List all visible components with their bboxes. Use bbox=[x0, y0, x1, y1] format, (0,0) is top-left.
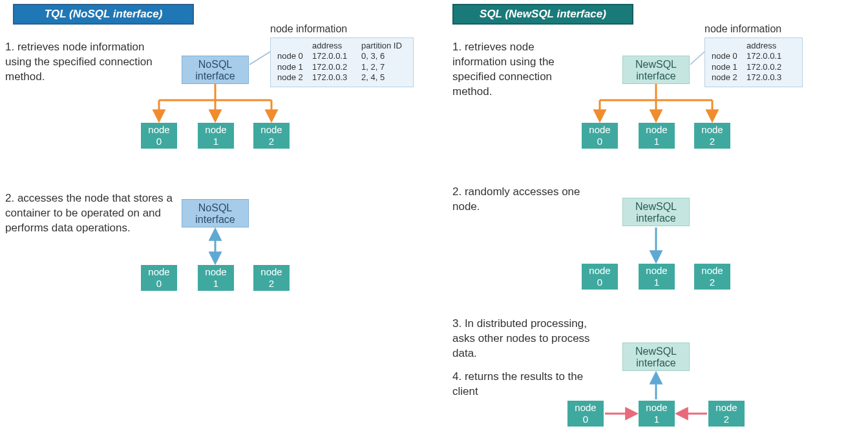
tql-node1-a: node1 bbox=[198, 123, 234, 149]
sql-node1-b: node1 bbox=[639, 264, 675, 290]
sql-node1-c: node1 bbox=[639, 401, 675, 427]
sql-node2-a: node2 bbox=[694, 123, 730, 149]
sql-node2-b: node2 bbox=[694, 264, 730, 290]
tql-node-info-label: node information bbox=[270, 23, 347, 35]
sql-step3-text: 3. In distributed processing, asks other… bbox=[452, 317, 601, 361]
tql-node-info-table: address partition ID node 0 172.0.0.1 0,… bbox=[270, 37, 414, 87]
nosql-interface-box-1: NoSQLinterface bbox=[182, 56, 249, 84]
tql-hdr-address: address bbox=[312, 41, 361, 51]
newsql-interface-label: NewSQLinterface bbox=[635, 59, 677, 81]
tql-row1-addr: 172.0.0.2 bbox=[312, 62, 361, 72]
newsql-interface-box-2: NewSQLinterface bbox=[622, 198, 690, 226]
tql-title: TQL (NoSQL interface) bbox=[13, 4, 194, 25]
tql-row1-node: node 1 bbox=[277, 62, 312, 72]
newsql-interface-box-3: NewSQLinterface bbox=[622, 343, 690, 371]
sql-row1-node: node 1 bbox=[712, 62, 746, 72]
nosql-interface-label-2: NoSQLinterface bbox=[195, 202, 235, 225]
sql-node0-b: node0 bbox=[582, 264, 618, 290]
sql-step1-text: 1. retrieves node information using the … bbox=[452, 40, 588, 100]
sql-node0-a: node0 bbox=[582, 123, 618, 149]
newsql-interface-box-1: NewSQLinterface bbox=[622, 56, 690, 84]
sql-step4-text: 4. returns the results to the client bbox=[452, 370, 601, 399]
tql-hdr-partition: partition ID bbox=[361, 41, 407, 51]
newsql-interface-label-2: NewSQLinterface bbox=[635, 201, 677, 224]
svg-line-7 bbox=[690, 52, 704, 65]
sql-node0-c: node0 bbox=[567, 401, 604, 427]
newsql-interface-label-3: NewSQLinterface bbox=[635, 346, 677, 368]
nosql-interface-box-2: NoSQLinterface bbox=[182, 199, 249, 227]
tql-step2-text: 2. accesses the node that stores a conta… bbox=[5, 191, 173, 236]
tql-row0-node: node 0 bbox=[277, 51, 312, 61]
tql-step1-text: 1. retrieves node information using the … bbox=[5, 40, 160, 85]
tql-row0-addr: 172.0.0.1 bbox=[312, 51, 361, 61]
tql-node0-b: node0 bbox=[141, 265, 177, 291]
sql-node1-a: node1 bbox=[639, 123, 675, 149]
tql-row0-part: 0, 3, 6 bbox=[361, 51, 407, 61]
sql-step2-text: 2. randomly accesses one node. bbox=[452, 185, 588, 215]
tql-node2-b: node2 bbox=[253, 265, 290, 291]
sql-node-info-table: address node 0 172.0.0.1 node 1 172.0.0.… bbox=[704, 37, 803, 87]
tql-node2-a: node2 bbox=[253, 123, 290, 149]
sql-node2-c: node2 bbox=[708, 401, 745, 427]
sql-row0-node: node 0 bbox=[712, 51, 746, 61]
tql-node0-a: node0 bbox=[141, 123, 177, 149]
sql-row2-node: node 2 bbox=[712, 72, 746, 83]
sql-row2-addr: 172.0.0.3 bbox=[746, 72, 796, 83]
nosql-interface-label: NoSQLinterface bbox=[195, 59, 235, 81]
sql-row0-addr: 172.0.0.1 bbox=[746, 51, 796, 61]
sql-row1-addr: 172.0.0.2 bbox=[746, 62, 796, 72]
tql-row2-node: node 2 bbox=[277, 72, 312, 83]
tql-row2-part: 2, 4, 5 bbox=[361, 72, 407, 83]
tql-node1-b: node1 bbox=[198, 265, 234, 291]
sql-node-info-label: node information bbox=[704, 23, 781, 35]
svg-line-0 bbox=[249, 52, 270, 65]
sql-hdr-address: address bbox=[746, 41, 796, 51]
tql-row2-addr: 172.0.0.3 bbox=[312, 72, 361, 83]
sql-title: SQL (NewSQL interface) bbox=[452, 4, 633, 25]
tql-row1-part: 1, 2, 7 bbox=[361, 62, 407, 72]
